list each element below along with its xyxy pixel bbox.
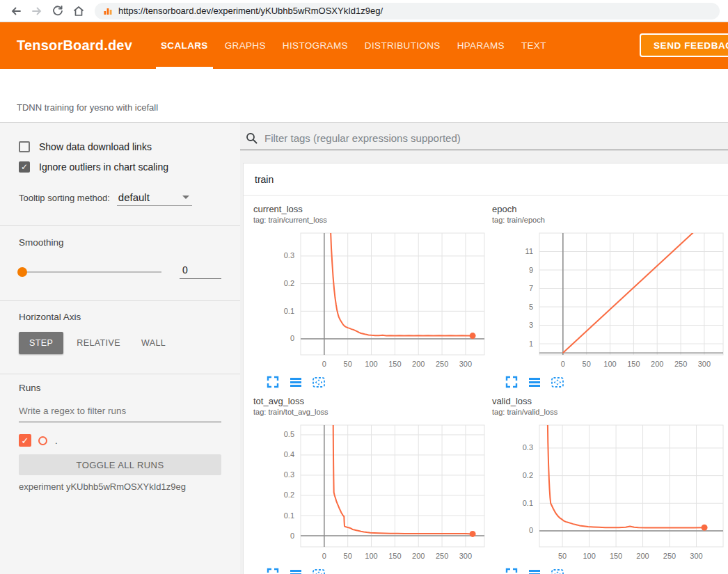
tab-histograms[interactable]: HISTOGRAMS [282, 22, 349, 69]
svg-text:0.1: 0.1 [284, 307, 294, 315]
tab-text[interactable]: TEXT [521, 22, 547, 69]
tooltip-sort-label: Tooltip sorting method: [19, 193, 110, 203]
chart-canvas-tot_avg_loss[interactable]: 00.10.20.30.40.5050100150200250300 [253, 420, 486, 563]
axis-option-wall[interactable]: WALL [131, 332, 176, 354]
tag-filter-row [240, 123, 728, 150]
svg-text:50: 50 [344, 360, 352, 368]
home-icon[interactable] [70, 2, 88, 20]
send-feedback-button[interactable]: SEND FEEDBACK [640, 33, 728, 57]
svg-text:0: 0 [529, 526, 533, 534]
svg-text:0: 0 [322, 552, 326, 560]
fit-domain-icon[interactable] [551, 567, 564, 574]
settings-sidebar: Show data download links ✓ Ignore outlie… [0, 123, 240, 574]
log-scale-icon[interactable] [289, 375, 303, 389]
horizontal-axis-options: STEPRELATIVEWALL [19, 332, 221, 354]
run-checkbox[interactable]: ✓ [19, 434, 31, 447]
chart-tile-valid_loss: valid_losstag: train/valid_loss00.10.20.… [492, 396, 728, 574]
series-endpoint [470, 531, 476, 537]
log-scale-icon[interactable] [528, 567, 541, 574]
axis-option-relative[interactable]: RELATIVE [66, 332, 131, 354]
svg-text:0: 0 [290, 334, 294, 342]
chart-tile-epoch: epochtag: train/epoch1357911050100150200… [492, 204, 728, 389]
svg-text:0.2: 0.2 [284, 279, 294, 287]
run-color-swatch[interactable] [38, 436, 47, 445]
chart-tile-tot_avg_loss: tot_avg_losstag: train/tot_avg_loss00.10… [253, 396, 492, 574]
chart-title: current_loss [253, 204, 492, 214]
svg-text:0.5: 0.5 [284, 430, 294, 438]
smoothing-heading: Smoothing [19, 237, 221, 248]
fit-domain-icon[interactable] [551, 375, 564, 389]
tab-distributions[interactable]: DISTRIBUTIONS [364, 22, 441, 69]
chart-canvas-current_loss[interactable]: 00.10.20.3050100150200250300 [253, 228, 486, 371]
svg-text:11: 11 [525, 247, 533, 255]
svg-text:250: 250 [436, 552, 448, 560]
smoothing-slider-thumb[interactable] [17, 267, 27, 277]
svg-text:200: 200 [412, 552, 425, 560]
train-section-header[interactable]: train [244, 164, 728, 196]
svg-text:0.2: 0.2 [284, 491, 294, 499]
fit-domain-icon[interactable] [312, 567, 326, 574]
svg-text:150: 150 [610, 552, 622, 560]
axis-option-step[interactable]: STEP [19, 332, 63, 354]
chart-title: epoch [492, 204, 728, 214]
chart-title: valid_loss [492, 396, 728, 406]
show-download-links-label: Show data download links [39, 141, 152, 152]
tab-graphs[interactable]: GRAPHS [224, 22, 267, 69]
toggle-all-runs-button[interactable]: TOGGLE ALL RUNS [19, 454, 221, 475]
svg-text:7: 7 [529, 284, 533, 292]
series-line [563, 228, 699, 353]
svg-text:150: 150 [388, 360, 401, 368]
charts-grid: current_losstag: train/current_loss00.10… [244, 196, 728, 574]
reload-icon[interactable] [49, 2, 67, 20]
svg-text:200: 200 [651, 360, 663, 368]
url-text[interactable]: https://tensorboard.dev/experiment/yKUbh… [118, 6, 383, 16]
expand-chart-icon[interactable] [266, 375, 280, 389]
svg-text:300: 300 [459, 552, 472, 560]
svg-text:250: 250 [674, 360, 687, 368]
forward-arrow-icon[interactable] [28, 2, 46, 20]
fit-domain-icon[interactable] [312, 375, 326, 389]
log-scale-icon[interactable] [528, 375, 541, 389]
svg-text:50: 50 [344, 552, 352, 560]
smoothing-value[interactable]: 0 [180, 264, 221, 279]
svg-text:300: 300 [690, 552, 702, 560]
svg-text:300: 300 [698, 360, 711, 368]
svg-text:0.1: 0.1 [523, 499, 533, 507]
ignore-outliers-checkbox[interactable]: ✓ [19, 161, 30, 173]
sidebar-divider [0, 374, 240, 374]
chart-title: tot_avg_loss [253, 396, 492, 406]
show-download-links-checkbox[interactable] [19, 141, 30, 152]
svg-text:0: 0 [561, 360, 565, 368]
series-endpoint [702, 525, 708, 531]
train-section-card: train current_losstag: train/current_los… [243, 163, 728, 574]
tab-hparams[interactable]: HPARAMS [457, 22, 505, 69]
url-bar[interactable]: https://tensorboard.dev/experiment/yKUbh… [95, 3, 720, 19]
show-download-links-row[interactable]: Show data download links [19, 141, 221, 152]
svg-text:100: 100 [603, 360, 616, 368]
expand-chart-icon[interactable] [505, 567, 519, 574]
svg-text:0.1: 0.1 [284, 511, 294, 520]
runs-heading: Runs [19, 383, 221, 393]
ignore-outliers-row[interactable]: ✓ Ignore outliers in chart scaling [19, 161, 221, 173]
svg-text:0: 0 [290, 532, 294, 540]
svg-text:250: 250 [436, 360, 448, 368]
log-scale-icon[interactable] [289, 567, 303, 574]
app-header: TensorBoard.dev SCALARSGRAPHSHISTOGRAMSD… [0, 22, 728, 69]
expand-chart-icon[interactable] [266, 567, 280, 574]
tab-scalars[interactable]: SCALARS [160, 22, 209, 69]
run-name: . [55, 436, 58, 446]
back-arrow-icon[interactable] [7, 2, 25, 20]
ignore-outliers-label: Ignore outliers in chart scaling [39, 161, 168, 173]
svg-text:5: 5 [529, 303, 533, 311]
tooltip-sort-select[interactable]: default [117, 191, 192, 206]
svg-text:100: 100 [365, 360, 377, 368]
expand-chart-icon[interactable] [505, 375, 519, 389]
chart-canvas-epoch[interactable]: 1357911050100150200250300 [492, 228, 725, 371]
chart-canvas-valid_loss[interactable]: 00.10.20.350100150200250300 [492, 420, 725, 563]
tag-filter-input[interactable] [264, 132, 728, 144]
nav-tabs: SCALARSGRAPHSHISTOGRAMSDISTRIBUTIONSHPAR… [160, 22, 562, 69]
chart-tag: tag: train/tot_avg_loss [253, 408, 492, 416]
smoothing-slider[interactable] [19, 271, 161, 273]
runs-filter-input[interactable] [19, 404, 221, 422]
svg-text:0.3: 0.3 [523, 443, 533, 452]
